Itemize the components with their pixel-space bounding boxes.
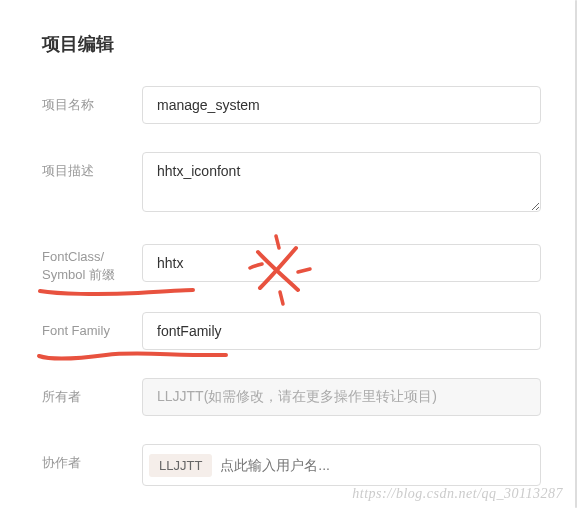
label-desc: 项目描述 <box>42 152 142 180</box>
label-owner: 所有者 <box>42 378 142 406</box>
input-owner <box>142 378 541 416</box>
row-name: 项目名称 <box>42 86 541 124</box>
row-fontclass: FontClass/ Symbol 前缀 <box>42 244 541 284</box>
input-fontclass[interactable] <box>142 244 541 282</box>
page-title: 项目编辑 <box>42 32 541 56</box>
textarea-desc[interactable] <box>142 152 541 212</box>
collab-tag[interactable]: LLJJTT <box>149 454 212 477</box>
label-fontfamily: Font Family <box>42 312 142 340</box>
label-name: 项目名称 <box>42 86 142 114</box>
input-collab[interactable] <box>220 457 534 473</box>
right-edge-divider <box>575 0 577 508</box>
input-fontfamily[interactable] <box>142 312 541 350</box>
collab-field[interactable]: LLJJTT <box>142 444 541 486</box>
row-fontfamily: Font Family <box>42 312 541 350</box>
row-collab: 协作者 LLJJTT <box>42 444 541 486</box>
watermark-text: https://blog.csdn.net/qq_30113287 <box>352 486 563 502</box>
label-fontclass: FontClass/ Symbol 前缀 <box>42 244 142 284</box>
row-desc: 项目描述 <box>42 152 541 216</box>
label-collab: 协作者 <box>42 444 142 472</box>
input-name[interactable] <box>142 86 541 124</box>
row-owner: 所有者 <box>42 378 541 416</box>
